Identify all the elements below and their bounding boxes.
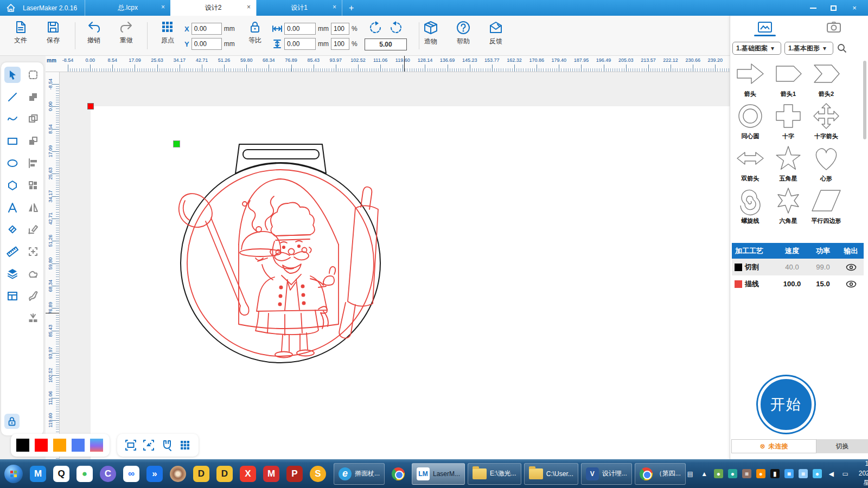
power-value[interactable]: 99.0 — [808, 263, 838, 271]
search-icon[interactable] — [837, 43, 847, 54]
x-input[interactable]: 0.00 — [192, 23, 222, 35]
y-input[interactable]: 0.00 — [192, 38, 222, 50]
tray-icon-cloud[interactable]: ● — [813, 469, 822, 478]
tray-icon-input-method[interactable]: ▤ — [686, 469, 695, 478]
speed-value[interactable]: 40.0 — [776, 263, 808, 271]
shape-item-arrow[interactable]: 箭头 — [731, 59, 769, 100]
shape-item-arrow1[interactable]: 箭头1 — [769, 59, 807, 100]
tray-icon-app-blue2[interactable]: ■ — [799, 469, 808, 478]
taskbar-window-doc[interactable]: V 设计理... — [581, 463, 632, 485]
taskbar-icon-qq[interactable]: Q — [53, 466, 69, 482]
layers-tool[interactable] — [4, 266, 21, 282]
redo-button[interactable]: 重做 — [111, 20, 142, 45]
height-input[interactable]: 0.00 — [284, 38, 316, 50]
subtract-tool[interactable] — [25, 133, 41, 149]
design-canvas[interactable] — [60, 72, 730, 459]
taskbar-icon-pd-64[interactable]: D — [193, 466, 209, 482]
taskbar-icon-app-m[interactable]: M — [30, 466, 46, 482]
taskbar-icon-app-s[interactable]: S — [310, 466, 326, 482]
taskbar-icon-windows-start[interactable] — [4, 465, 23, 483]
tray-icon-alarm[interactable]: ● — [756, 469, 765, 478]
tray-icon-usb-device[interactable]: ● — [714, 469, 723, 478]
home-button[interactable] — [0, 0, 22, 16]
taskbar-icon-red-x[interactable]: X — [240, 466, 256, 482]
tray-icon-app-blue1[interactable]: ■ — [784, 469, 794, 478]
save-button[interactable]: 保存 — [38, 20, 68, 45]
library-scrollbar[interactable] — [863, 61, 866, 139]
rotate-cw-icon[interactable] — [388, 20, 404, 35]
switch-device-button[interactable]: 切换 — [816, 439, 868, 453]
shape-item-double-arrow[interactable]: 双箭头 — [731, 143, 769, 184]
taskbar-clock[interactable]: 15:23 2024/6/24 星期一 — [850, 459, 868, 487]
tray-icon-tablet[interactable]: ▭ — [841, 469, 850, 478]
tray-icon-volume[interactable]: ◀ — [827, 469, 836, 478]
taskbar-window-chrome2[interactable]: （第四... — [635, 463, 686, 485]
shape-item-parallelogram[interactable]: 平行四边形 — [807, 185, 845, 227]
tab-document-2-active[interactable]: 设计2 × — [170, 0, 256, 16]
taskbar-window-folder-c[interactable]: C:\User... — [524, 463, 578, 485]
weld-tool[interactable] — [25, 89, 41, 105]
rotate-step-input[interactable]: 5.00 — [365, 38, 407, 50]
stamp-tool[interactable] — [25, 266, 41, 282]
color-swatch[interactable] — [16, 439, 29, 452]
width-input[interactable]: 0.00 — [284, 23, 316, 35]
taskbar-icon-disc[interactable] — [170, 466, 186, 482]
taskbar-window-folder-e[interactable]: E:\激光... — [468, 463, 521, 485]
height-percent-input[interactable]: 100 — [331, 38, 349, 50]
taskbar-icon-netdisk[interactable]: ∞ — [123, 466, 139, 482]
taskbar-icon-app-purple[interactable]: C — [100, 466, 116, 482]
arrange-tool[interactable] — [25, 177, 41, 194]
width-percent-input[interactable]: 100 — [331, 23, 349, 35]
color-swatch[interactable] — [53, 439, 66, 452]
expand-tool[interactable] — [25, 243, 41, 260]
grid-toggle-icon[interactable] — [178, 439, 192, 452]
category-dropdown[interactable]: 1.基础图案 ▾ — [732, 42, 781, 55]
tray-icon-app-brown[interactable]: ■ — [742, 469, 751, 478]
tray-icon-show-hidden[interactable]: ▲ — [700, 469, 709, 478]
taskbar-window-ie[interactable]: e 擀面杖... — [334, 463, 385, 485]
measure-tool[interactable] — [4, 243, 21, 260]
process-row-engrave[interactable]: 描线 100.0 15.0 — [732, 275, 864, 292]
maximize-button[interactable] — [831, 5, 837, 11]
rotate-ccw-icon[interactable] — [368, 20, 383, 35]
node-edit-tool[interactable] — [25, 221, 41, 237]
shape-item-star5[interactable]: 五角星 — [769, 143, 807, 184]
shape-item-cross-arrow[interactable]: 十字箭头 — [807, 101, 845, 142]
shape-item-concentric[interactable]: 同心圆 — [731, 101, 769, 142]
shape-item-spiral[interactable]: 螺旋线 — [731, 185, 769, 227]
tab-document-1[interactable]: 总.lcpx × — [85, 0, 170, 16]
line-tool[interactable] — [4, 89, 21, 105]
ratio-lock-button[interactable]: 等比 — [240, 20, 270, 45]
duplicate-tool[interactable] — [25, 111, 41, 127]
origin-button[interactable]: 原点 — [152, 20, 183, 45]
taskbar-icon-pd[interactable]: D — [216, 466, 233, 482]
minimize-button[interactable] — [810, 8, 816, 9]
lock-canvas-button[interactable] — [4, 414, 20, 429]
power-value[interactable]: 15.0 — [808, 280, 838, 288]
subcategory-dropdown[interactable]: 1.基本图形 ▾ — [784, 42, 833, 55]
align-tool[interactable] — [25, 155, 41, 171]
shape-item-heart[interactable]: 心形 — [807, 143, 845, 184]
medal-design[interactable] — [176, 140, 385, 368]
taskbar-window-chrome[interactable] — [387, 463, 409, 485]
shape-item-star6[interactable]: 六角星 — [769, 185, 807, 227]
new-tab-button[interactable]: + — [342, 0, 360, 16]
speed-value[interactable]: 100.0 — [776, 280, 808, 288]
shape-item-cross[interactable]: 十字 — [769, 101, 807, 142]
undo-button[interactable]: 撤销 — [79, 20, 109, 45]
pen-3d-tool[interactable] — [25, 288, 41, 304]
help-button[interactable]: 帮助 — [448, 20, 478, 46]
output-toggle[interactable] — [838, 280, 864, 288]
shape-item-arrow2[interactable]: 箭头2 — [807, 59, 845, 100]
ellipse-tool[interactable] — [4, 155, 21, 171]
marquee-select-tool[interactable] — [25, 67, 41, 83]
close-icon[interactable]: × — [247, 3, 251, 11]
frame-select-icon[interactable] — [124, 439, 137, 452]
close-icon[interactable]: × — [333, 3, 336, 11]
build-button[interactable]: 造物 — [416, 20, 446, 46]
taskbar-icon-pdf-m[interactable]: M — [263, 466, 279, 482]
file-button[interactable]: 文件 — [5, 20, 36, 45]
table-tool[interactable] — [4, 288, 21, 304]
snap-magnet-icon[interactable] — [161, 439, 174, 452]
start-button[interactable]: 开始 — [758, 376, 814, 433]
